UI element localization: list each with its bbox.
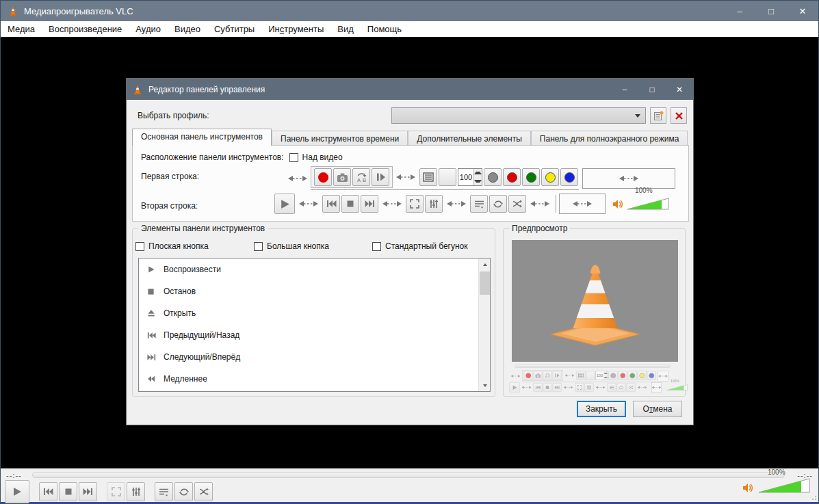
teletext-transparency-button[interactable]: [609, 371, 618, 380]
teletext-page-spinbox[interactable]: 100: [596, 371, 608, 380]
tab-fullscreen-controller[interactable]: Панель для полноэкранного режима: [531, 131, 688, 146]
above-video-checkbox[interactable]: [289, 153, 298, 162]
toolbar-drop-area[interactable]: [559, 194, 606, 214]
expanding-spacer-icon[interactable]: [530, 200, 549, 208]
tab-time-toolbar[interactable]: Панель инструментов времени: [272, 131, 408, 146]
menus-button[interactable]: [577, 371, 586, 380]
expanding-spacer-icon[interactable]: [299, 200, 318, 208]
play-button[interactable]: [510, 382, 520, 393]
fullscreen-button[interactable]: [107, 482, 125, 501]
profile-combobox[interactable]: [391, 107, 646, 124]
menu-media[interactable]: Медиа: [1, 22, 42, 36]
list-item[interactable]: Следующий/Вперёд: [139, 346, 490, 368]
spin-down-icon[interactable]: [474, 177, 482, 185]
tab-advanced-widget[interactable]: Дополнительные элементы: [408, 131, 531, 146]
delete-profile-button[interactable]: [671, 107, 687, 124]
next-button[interactable]: [553, 383, 562, 392]
ab-loop-button[interactable]: AB: [543, 371, 552, 380]
spin-up-icon[interactable]: [474, 169, 482, 177]
scroll-down-icon[interactable]: [479, 380, 491, 391]
loop-button[interactable]: [489, 195, 507, 213]
record-button[interactable]: [314, 168, 332, 186]
toolbar-drop-area[interactable]: [651, 382, 662, 393]
expanding-spacer-icon[interactable]: [565, 373, 575, 377]
extended-settings-button[interactable]: [127, 482, 145, 501]
teletext-blue-button[interactable]: [647, 371, 656, 380]
volume-control[interactable]: 100%: [742, 478, 810, 493]
menu-video[interactable]: Видео: [168, 22, 207, 36]
menu-tools[interactable]: Инструменты: [261, 22, 330, 36]
loop-button[interactable]: [617, 383, 626, 392]
stop-button[interactable]: [341, 195, 359, 213]
volume-slider[interactable]: [758, 478, 810, 493]
big-button-checkbox[interactable]: Большая кнопка: [254, 241, 372, 251]
play-button[interactable]: [5, 480, 29, 503]
next-button[interactable]: [361, 195, 378, 213]
teletext-yellow-button[interactable]: [541, 168, 559, 186]
teletext-green-button[interactable]: [628, 371, 637, 380]
expanding-spacer-icon[interactable]: [564, 386, 573, 390]
menu-subtitles[interactable]: Субтитры: [207, 22, 261, 36]
menu-audio[interactable]: Аудио: [129, 22, 168, 36]
expanding-spacer-icon[interactable]: [396, 173, 415, 181]
random-button[interactable]: [508, 195, 526, 213]
fullscreen-button[interactable]: [575, 383, 584, 392]
scroll-up-icon[interactable]: [479, 258, 491, 270]
teletext-page-spinbox[interactable]: 100: [458, 168, 482, 186]
minimize-icon[interactable]: –: [611, 79, 638, 100]
playlist-button[interactable]: [155, 482, 173, 501]
list-item[interactable]: Открыть: [139, 302, 490, 324]
stop-button[interactable]: [543, 383, 552, 392]
list-item[interactable]: Предыдущий/Назад: [139, 324, 490, 346]
teletext-transparency-button[interactable]: [484, 168, 502, 186]
ab-loop-button[interactable]: AB: [352, 168, 370, 186]
resize-grip[interactable]: [811, 495, 817, 501]
expanding-spacer-icon[interactable]: [511, 374, 521, 378]
menu-playback[interactable]: Воспроизведение: [42, 22, 129, 36]
minimize-icon[interactable]: –: [724, 1, 755, 21]
flat-button-checkbox[interactable]: Плоская кнопка: [135, 241, 254, 251]
save-profile-button[interactable]: [650, 107, 666, 124]
toolbar-drop-area[interactable]: [582, 168, 675, 189]
playlist-button[interactable]: [470, 195, 488, 213]
play-button[interactable]: [274, 194, 295, 214]
maximize-icon[interactable]: □: [755, 1, 787, 21]
loop-button[interactable]: [174, 482, 193, 501]
snapshot-button[interactable]: [534, 371, 543, 380]
teletext-yellow-button[interactable]: [638, 371, 647, 380]
native-slider-checkbox[interactable]: Стандартный бегунок: [372, 241, 468, 251]
random-button[interactable]: [627, 383, 636, 392]
spin-down-icon[interactable]: [604, 375, 608, 380]
playlist-button[interactable]: [608, 383, 616, 392]
menu-help[interactable]: Помощь: [361, 22, 408, 36]
blank-widget[interactable]: [586, 371, 595, 380]
previous-button[interactable]: [39, 482, 57, 501]
seek-slider[interactable]: [32, 472, 785, 478]
fullscreen-button[interactable]: [406, 195, 424, 213]
menu-view[interactable]: Вид: [330, 22, 361, 36]
expanding-spacer-icon[interactable]: [288, 174, 307, 183]
expanding-spacer-icon[interactable]: [638, 386, 647, 390]
previous-button[interactable]: [534, 383, 543, 392]
volume-slider[interactable]: [627, 198, 669, 210]
teletext-red-button[interactable]: [503, 168, 521, 186]
extended-settings-button[interactable]: [425, 195, 443, 213]
previous-button[interactable]: [322, 195, 340, 213]
teletext-blue-button[interactable]: [560, 168, 578, 186]
record-button[interactable]: [524, 371, 533, 380]
maximize-icon[interactable]: □: [638, 79, 666, 100]
volume-slider[interactable]: [666, 384, 688, 390]
teletext-red-button[interactable]: [619, 371, 627, 380]
close-icon[interactable]: ✕: [666, 79, 693, 100]
list-scrollbar[interactable]: [478, 258, 490, 391]
blank-widget[interactable]: [439, 168, 456, 186]
list-item[interactable]: Останов: [139, 280, 490, 302]
cancel-button[interactable]: Отмена: [633, 401, 682, 417]
teletext-green-button[interactable]: [522, 168, 540, 186]
tab-main-toolbar[interactable]: Основная панель инструментов: [132, 129, 272, 146]
frame-by-frame-button[interactable]: [553, 371, 562, 380]
close-button[interactable]: Закрыть: [577, 401, 626, 417]
random-button[interactable]: [194, 482, 213, 501]
expanding-spacer-icon[interactable]: [382, 200, 402, 208]
extended-settings-button[interactable]: [585, 383, 594, 392]
